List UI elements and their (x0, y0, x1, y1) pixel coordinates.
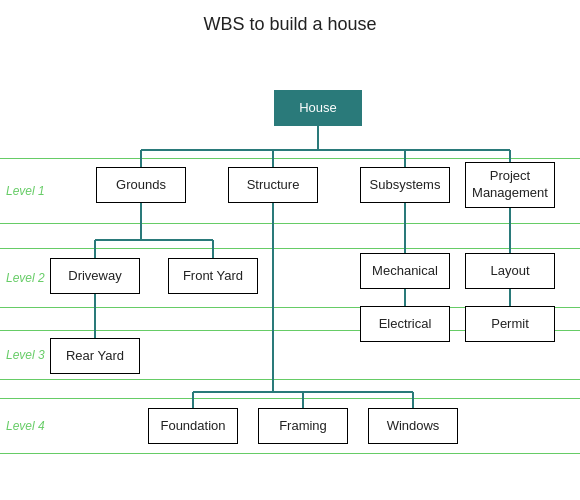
wbs-box-layout: Layout (465, 253, 555, 289)
wbs-box-mechanical: Mechanical (360, 253, 450, 289)
wbs-box-rearyard: Rear Yard (50, 338, 140, 374)
level-label: Level 1 (6, 184, 45, 198)
wbs-box-structure: Structure (228, 167, 318, 203)
page: WBS to build a house Level 1Level 2Level… (0, 0, 580, 500)
wbs-box-permit: Permit (465, 306, 555, 342)
level-label: Level 4 (6, 419, 45, 433)
level-label: Level 2 (6, 271, 45, 285)
wbs-box-foundation: Foundation (148, 408, 238, 444)
wbs-box-driveway: Driveway (50, 258, 140, 294)
wbs-box-subsystems: Subsystems (360, 167, 450, 203)
wbs-box-windows: Windows (368, 408, 458, 444)
wbs-box-framing: Framing (258, 408, 348, 444)
wbs-box-house: House (274, 90, 362, 126)
page-title: WBS to build a house (0, 0, 580, 35)
wbs-box-grounds: Grounds (96, 167, 186, 203)
wbs-box-frontyard: Front Yard (168, 258, 258, 294)
wbs-box-electrical: Electrical (360, 306, 450, 342)
level-label: Level 3 (6, 348, 45, 362)
wbs-box-projectmgmt: ProjectManagement (465, 162, 555, 208)
